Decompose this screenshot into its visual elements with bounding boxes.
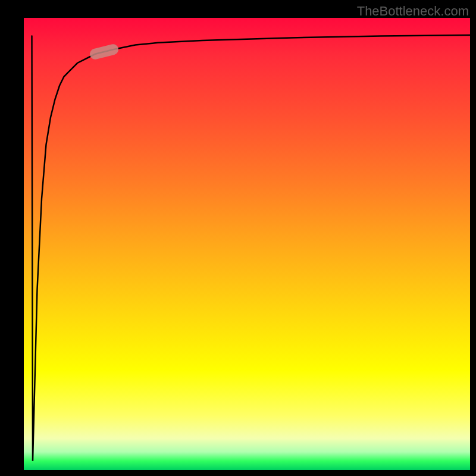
chart-frame xyxy=(24,18,470,470)
curve-highlight-segment xyxy=(95,49,113,54)
bottleneck-curve-path xyxy=(32,35,471,461)
chart-curve-layer xyxy=(24,18,470,470)
watermark-text: TheBottleneck.com xyxy=(357,4,469,19)
